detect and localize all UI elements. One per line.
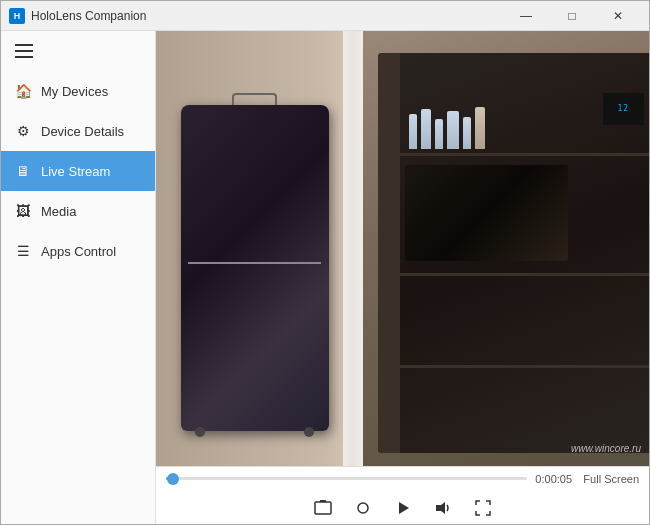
watermark: www.wincore.ru — [571, 443, 641, 454]
play-button[interactable] — [389, 494, 417, 522]
home-icon: 🏠 — [15, 83, 31, 99]
video-area: 12 www.wincore.ru — [156, 31, 649, 466]
bottle-6 — [475, 107, 485, 149]
luggage-zipper — [188, 262, 321, 264]
expand-icon — [474, 499, 492, 517]
svg-marker-4 — [436, 502, 445, 514]
progress-bar-row: 0:00:05 Full Screen — [166, 467, 639, 491]
bottle-3 — [435, 119, 443, 149]
luggage-wheels — [195, 427, 313, 437]
progress-track[interactable] — [166, 477, 527, 480]
screenshot-button[interactable] — [309, 494, 337, 522]
hamburger-button[interactable] — [1, 31, 155, 71]
shelf-unit: 12 — [378, 53, 649, 453]
sidebar-label-media: Media — [41, 204, 76, 219]
expand-button[interactable] — [469, 494, 497, 522]
app-container: 🏠 My Devices ⚙ Device Details 🖥 Live Str… — [1, 31, 649, 525]
apps-icon: ☰ — [15, 243, 31, 259]
sidebar-label-live-stream: Live Stream — [41, 164, 110, 179]
svg-marker-3 — [399, 502, 409, 514]
volume-icon — [434, 499, 452, 517]
video-controls: 0:00:05 Full Screen — [156, 466, 649, 525]
luggage — [181, 105, 329, 431]
settings-icon: ⚙ — [15, 123, 31, 139]
shelf-mid-object — [405, 165, 568, 261]
luggage-handle — [232, 93, 276, 105]
shelf-divider-3 — [400, 365, 649, 368]
sidebar-item-media[interactable]: 🖼 Media — [1, 191, 155, 231]
sidebar-label-device-details: Device Details — [41, 124, 124, 139]
sidebar-item-live-stream[interactable]: 🖥 Live Stream — [1, 151, 155, 191]
bottle-5 — [463, 117, 471, 149]
svg-rect-1 — [320, 500, 326, 502]
screenshot-icon — [314, 499, 332, 517]
clock-display: 12 — [603, 93, 644, 125]
window-title: HoloLens Companion — [31, 9, 503, 23]
bottle-4 — [447, 111, 459, 149]
shelf-divider-1 — [400, 153, 649, 156]
sidebar-item-device-details[interactable]: ⚙ Device Details — [1, 111, 155, 151]
record-button[interactable] — [349, 494, 377, 522]
bottle-2 — [421, 109, 431, 149]
svg-point-2 — [358, 503, 368, 513]
shelf-body: 12 — [378, 53, 649, 453]
record-icon — [354, 499, 372, 517]
sidebar-nav: 🏠 My Devices ⚙ Device Details 🖥 Live Str… — [1, 71, 155, 271]
progress-thumb — [167, 473, 179, 485]
maximize-button[interactable]: □ — [549, 1, 595, 31]
main-content: 12 www.wincore.ru 0:00:05 Full Screen — [156, 31, 649, 525]
fullscreen-label[interactable]: Full Screen — [583, 473, 639, 485]
media-icon: 🖼 — [15, 203, 31, 219]
wheel-left — [195, 427, 205, 437]
sidebar-label-apps-control: Apps Control — [41, 244, 116, 259]
window-controls: — □ ✕ — [503, 1, 641, 31]
controls-row — [166, 491, 639, 525]
luggage-body — [181, 105, 329, 431]
volume-button[interactable] — [429, 494, 457, 522]
sidebar-item-my-devices[interactable]: 🏠 My Devices — [1, 71, 155, 111]
app-icon: H — [9, 8, 25, 24]
shelf-divider-2 — [400, 273, 649, 276]
bottle-1 — [409, 114, 417, 149]
title-bar: H HoloLens Companion — □ ✕ — [1, 1, 649, 31]
sidebar-label-my-devices: My Devices — [41, 84, 108, 99]
video-scene: 12 — [156, 31, 649, 466]
current-time: 0:00:05 — [535, 473, 575, 485]
play-icon — [394, 499, 412, 517]
sidebar: 🏠 My Devices ⚙ Device Details 🖥 Live Str… — [1, 31, 156, 525]
sidebar-item-apps-control[interactable]: ☰ Apps Control — [1, 231, 155, 271]
wheel-right — [304, 427, 314, 437]
shelf-side — [378, 53, 400, 453]
door-frame — [343, 31, 363, 466]
monitor-icon: 🖥 — [15, 163, 31, 179]
minimize-button[interactable]: — — [503, 1, 549, 31]
hamburger-icon — [15, 44, 33, 58]
close-button[interactable]: ✕ — [595, 1, 641, 31]
svg-rect-0 — [315, 502, 331, 514]
